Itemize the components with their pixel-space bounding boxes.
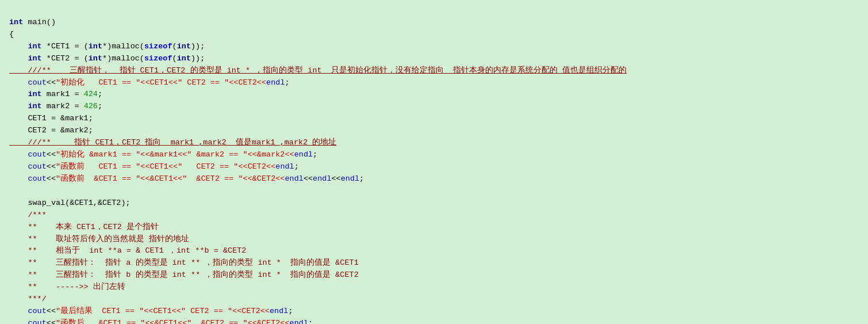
keyword-int: int (9, 18, 23, 26)
code-editor: int main() { int *CET1 = (int*)malloc(si… (9, 5, 859, 324)
